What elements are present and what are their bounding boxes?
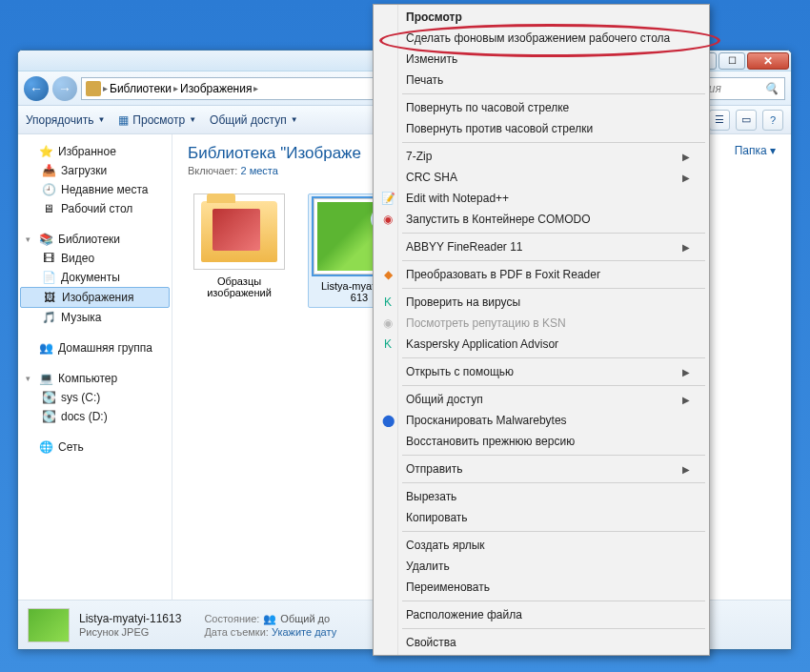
- maximize-button[interactable]: ☐: [719, 52, 745, 70]
- homegroup-icon: 👥: [38, 340, 53, 356]
- organize-button[interactable]: Упорядочить▼: [26, 113, 105, 127]
- chevron-right-icon: ▸: [253, 83, 258, 93]
- share-button[interactable]: Общий доступ▼: [210, 113, 298, 127]
- details-thumbnail: [28, 608, 70, 642]
- drive-icon: 💽: [41, 409, 56, 424]
- sidebar-item-drive-d[interactable]: 💽docs (D:): [18, 407, 172, 426]
- crumb-images[interactable]: Изображения: [180, 82, 252, 95]
- file-name: Образцы: [188, 275, 291, 287]
- music-icon: 🎵: [41, 310, 56, 325]
- forward-button[interactable]: →: [52, 76, 77, 101]
- ctx-send-to[interactable]: Отправить▶: [375, 458, 707, 479]
- star-icon: ⭐: [38, 144, 53, 159]
- ctx-set-wallpaper[interactable]: Сделать фоновым изображением рабочего ст…: [375, 28, 707, 49]
- add-date-link[interactable]: Укажите дату: [272, 626, 336, 638]
- sidebar-item-downloads[interactable]: 📥Загрузки: [18, 161, 172, 180]
- preview-pane-button[interactable]: ▭: [736, 110, 757, 131]
- libraries-icon: 📚: [38, 232, 53, 247]
- sidebar-favorites[interactable]: ⭐Избранное: [18, 142, 172, 161]
- shared-icon: 👥: [263, 613, 276, 625]
- ctx-scan-virus[interactable]: KПроверить на вирусы: [375, 292, 707, 313]
- ctx-comodo[interactable]: ◉Запустить в Контейнере COMODO: [375, 209, 707, 230]
- sidebar-item-drive-c[interactable]: 💽sys (C:): [18, 388, 172, 407]
- drive-icon: 💽: [41, 390, 56, 405]
- ctx-kav-advisor[interactable]: KKaspersky Application Advisor: [375, 334, 707, 355]
- sidebar-homegroup[interactable]: 👥Домашняя группа: [18, 338, 172, 357]
- context-menu: Просмотр Сделать фоновым изображением ра…: [373, 4, 710, 656]
- ctx-shortcut[interactable]: Создать ярлык: [375, 535, 707, 556]
- ctx-copy[interactable]: Копировать: [375, 507, 707, 528]
- chevron-right-icon: ▸: [173, 83, 178, 93]
- ksn-icon: ◉: [380, 316, 395, 331]
- computer-icon: 💻: [38, 371, 53, 386]
- ctx-ksn: ◉Посмотреть репутацию в KSN: [375, 313, 707, 334]
- video-icon: 🎞: [41, 251, 56, 266]
- ctx-rotate-cw[interactable]: Повернуть по часовой стрелке: [375, 97, 707, 118]
- sidebar-libraries[interactable]: ▾📚Библиотеки: [18, 230, 172, 249]
- sidebar-item-documents[interactable]: 📄Документы: [18, 268, 172, 287]
- close-button[interactable]: ✕: [747, 52, 789, 70]
- notepad-icon: 📝: [380, 191, 395, 206]
- sidebar-item-desktop[interactable]: 🖥Рабочий стол: [18, 199, 172, 218]
- ctx-rotate-ccw[interactable]: Повернуть против часовой стрелки: [375, 118, 707, 139]
- folder-sample-images[interactable]: Образцы изображений: [188, 193, 291, 308]
- comodo-icon: ◉: [380, 212, 395, 227]
- arrange-by[interactable]: Папка ▾: [735, 144, 776, 157]
- ctx-foxit[interactable]: ◆Преобразовать в PDF в Foxit Reader: [375, 264, 707, 285]
- desktop-icon: 🖥: [41, 201, 56, 216]
- ctx-7zip[interactable]: 7-Zip▶: [375, 146, 707, 167]
- ctx-open-with[interactable]: Открыть с помощью▶: [375, 361, 707, 382]
- preview-button[interactable]: ▦Просмотр▼: [118, 113, 196, 127]
- ctx-sharing[interactable]: Общий доступ▶: [375, 389, 707, 410]
- ctx-delete[interactable]: Удалить: [375, 556, 707, 577]
- ctx-cut[interactable]: Вырезать: [375, 486, 707, 507]
- ctx-properties[interactable]: Свойства: [375, 632, 707, 653]
- sidebar-computer[interactable]: ▾💻Компьютер: [18, 369, 172, 388]
- sidebar: ⭐Избранное 📥Загрузки 🕘Недавние места 🖥Ра…: [18, 134, 172, 600]
- kaspersky-icon: K: [380, 295, 395, 310]
- ctx-file-location[interactable]: Расположение файла: [375, 604, 707, 625]
- view-mode-button[interactable]: ☰: [709, 110, 730, 131]
- sidebar-network[interactable]: 🌐Сеть: [18, 438, 172, 457]
- images-icon: 🖼: [42, 290, 57, 305]
- downloads-icon: 📥: [41, 163, 56, 178]
- kaspersky-icon: K: [380, 336, 395, 352]
- chevron-right-icon: ▸: [103, 83, 108, 93]
- ctx-edit[interactable]: Изменить: [375, 49, 707, 70]
- back-button[interactable]: ←: [24, 76, 49, 101]
- crumb-libraries[interactable]: Библиотеки: [110, 82, 172, 95]
- ctx-malwarebytes[interactable]: ⬤Просканировать Malwarebytes: [375, 410, 707, 431]
- malwarebytes-icon: ⬤: [380, 413, 395, 428]
- sidebar-item-recent[interactable]: 🕘Недавние места: [18, 180, 172, 199]
- sidebar-item-video[interactable]: 🎞Видео: [18, 249, 172, 268]
- file-name: изображений: [188, 287, 291, 298]
- help-button[interactable]: ?: [762, 110, 783, 131]
- ctx-preview[interactable]: Просмотр: [375, 7, 707, 28]
- foxit-icon: ◆: [380, 267, 395, 282]
- search-icon: 🔍: [764, 82, 779, 95]
- ctx-notepadpp[interactable]: 📝Edit with Notepad++: [375, 188, 707, 209]
- ctx-print[interactable]: Печать: [375, 70, 707, 91]
- ctx-crcsha[interactable]: CRC SHA▶: [375, 167, 707, 188]
- sidebar-item-images[interactable]: 🖼Изображения: [20, 287, 170, 308]
- details-filename: Listya-myatyi-11613: [79, 612, 181, 625]
- ctx-rename[interactable]: Переименовать: [375, 577, 707, 598]
- ctx-abbyy[interactable]: ABBYY FineReader 11▶: [375, 236, 707, 257]
- recent-icon: 🕘: [41, 182, 56, 197]
- documents-icon: 📄: [41, 270, 56, 285]
- libraries-icon: [86, 81, 101, 96]
- network-icon: 🌐: [38, 439, 53, 455]
- sidebar-item-music[interactable]: 🎵Музыка: [18, 308, 172, 327]
- details-filetype: Рисунок JPEG: [79, 626, 181, 638]
- ctx-restore-prev[interactable]: Восстановить прежнюю версию: [375, 431, 707, 452]
- library-locations-link[interactable]: 2 места: [240, 165, 277, 176]
